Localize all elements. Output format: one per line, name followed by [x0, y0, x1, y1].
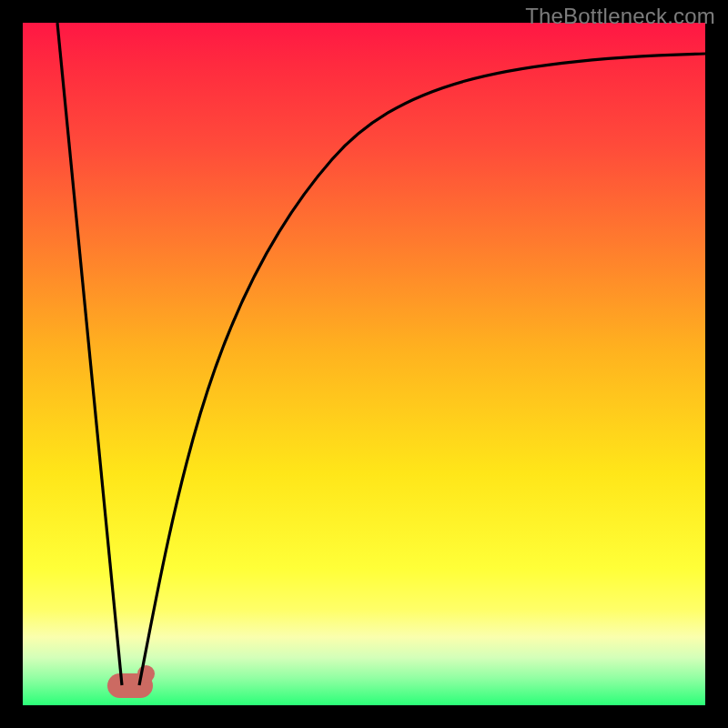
- curve-left-segment: [57, 23, 122, 685]
- watermark-text: TheBottleneck.com: [525, 4, 715, 29]
- curve-right-segment: [139, 54, 705, 685]
- bottleneck-curve: [23, 23, 705, 705]
